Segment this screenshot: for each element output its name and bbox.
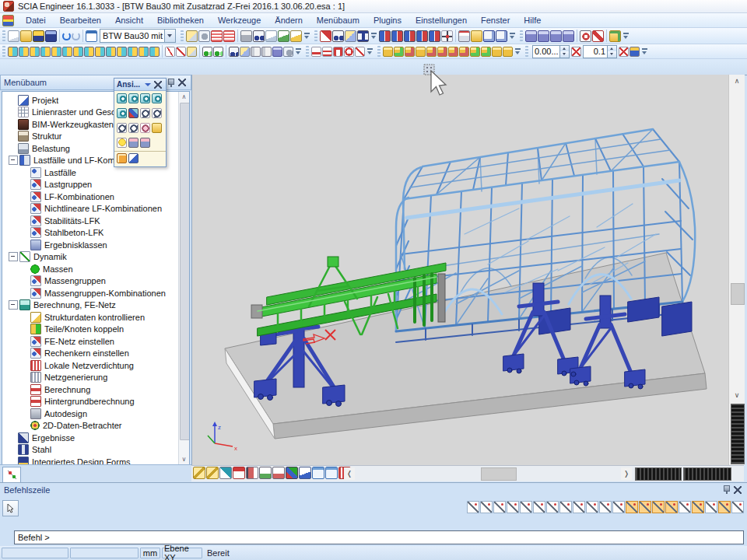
- show-document-icon[interactable]: [299, 467, 311, 479]
- delete-node-icon[interactable]: [40, 47, 51, 57]
- snap-surface-icon[interactable]: [546, 501, 559, 513]
- open-project-icon[interactable]: [20, 30, 32, 42]
- delete-red-icon[interactable]: [320, 30, 331, 42]
- tree-toggle[interactable]: [21, 349, 29, 357]
- document-edit-icon[interactable]: [290, 30, 302, 42]
- activity-workplane-icon[interactable]: [416, 30, 428, 42]
- cut-member-icon[interactable]: [95, 47, 105, 57]
- toolbar-grip[interactable]: [2, 30, 5, 41]
- tree-item[interactable]: Lokale Netzverdichtung: [4, 359, 177, 372]
- stretch-member-icon[interactable]: [139, 47, 149, 57]
- menu-item[interactable]: Bibliotheken: [150, 14, 211, 26]
- command-input[interactable]: Befehl >: [14, 530, 744, 544]
- combobox-dropdown-icon[interactable]: [164, 30, 175, 42]
- menu-item[interactable]: Fenster: [474, 14, 517, 26]
- save-all-icon[interactable]: [33, 30, 44, 42]
- tree-item[interactable]: Lastfälle: [4, 166, 177, 179]
- tree-toggle[interactable]: [21, 313, 29, 321]
- toolbar-overflow-icon[interactable]: [622, 30, 630, 41]
- view-ucs-icon[interactable]: [117, 108, 127, 118]
- menu-item[interactable]: Werkzeuge: [211, 14, 268, 26]
- paste-visible-icon[interactable]: [261, 47, 272, 57]
- toolbar-overflow-icon[interactable]: [370, 30, 377, 41]
- toolbar-grip[interactable]: [2, 46, 5, 57]
- show-load-labels-icon[interactable]: [246, 467, 258, 479]
- column-view-icon[interactable]: [272, 47, 282, 57]
- tree-toggle[interactable]: [9, 252, 18, 261]
- snap-circle-icon[interactable]: [493, 501, 506, 513]
- activity-selection-icon[interactable]: [391, 30, 403, 42]
- view-window-2-icon[interactable]: [325, 467, 338, 479]
- zoom-wheel-vertical[interactable]: [731, 404, 745, 464]
- tree-toggle[interactable]: [9, 96, 16, 104]
- snap-arc-icon[interactable]: [705, 501, 717, 513]
- rotate-right-icon[interactable]: [152, 108, 162, 118]
- tree-toggle[interactable]: [21, 289, 29, 297]
- tree-scrollbar-thumb[interactable]: [180, 103, 190, 440]
- tree-toggle[interactable]: [9, 121, 16, 128]
- catalog-blocks-2-icon[interactable]: [394, 47, 404, 57]
- snap-none-icon[interactable]: [507, 501, 519, 513]
- step-spinner[interactable]: [607, 46, 616, 58]
- align-nodes-icon[interactable]: [62, 47, 72, 57]
- tree-toggle[interactable]: [21, 265, 29, 273]
- redo-icon[interactable]: [72, 32, 80, 40]
- window-cascade-icon[interactable]: [550, 30, 562, 42]
- menu-item[interactable]: Einstellungen: [409, 14, 474, 26]
- search-blue-icon[interactable]: [229, 47, 239, 57]
- viewport-canvas[interactable]: z x: [192, 75, 729, 465]
- tree-item[interactable]: Ergebnisse: [4, 432, 177, 444]
- snap-ortho-icon[interactable]: [612, 501, 625, 513]
- step-value-field[interactable]: 0.1: [583, 45, 617, 58]
- pin-icon[interactable]: [167, 79, 175, 87]
- snap-parallel-icon[interactable]: [480, 501, 493, 513]
- table-input-icon[interactable]: [211, 30, 223, 42]
- rotate-left-icon[interactable]: [140, 108, 150, 118]
- snap-perpendicular-icon[interactable]: [679, 501, 691, 513]
- tree-toggle[interactable]: [21, 386, 29, 394]
- tree-toggle[interactable]: [9, 446, 16, 453]
- block-h-frame-icon[interactable]: [492, 47, 502, 57]
- tree-toggle[interactable]: [9, 434, 16, 442]
- menu-item[interactable]: Ansicht: [108, 14, 150, 26]
- fast-drawing-on-icon[interactable]: [483, 30, 495, 42]
- tree-item[interactable]: Autodesign: [4, 408, 177, 420]
- scroll-down-icon[interactable]: ∨: [729, 389, 745, 401]
- block-gable-icon[interactable]: [459, 47, 469, 57]
- scale-value-field[interactable]: 0.00...: [532, 45, 570, 58]
- toolbar-overflow-icon[interactable]: [366, 46, 374, 57]
- insert-node-icon[interactable]: [30, 47, 40, 57]
- tree-item[interactable]: Berechnung: [4, 383, 177, 396]
- tree-scrollbar[interactable]: ∧ ∨: [178, 92, 189, 464]
- snap-polygon-center-icon[interactable]: [692, 501, 704, 513]
- tree-toggle[interactable]: [21, 241, 29, 249]
- table-results-icon[interactable]: [223, 30, 235, 42]
- tree-toggle[interactable]: [21, 277, 29, 285]
- section-clip-2-icon[interactable]: [206, 467, 219, 479]
- cross-section-icon[interactable]: [357, 30, 369, 42]
- redraw-view-icon[interactable]: [580, 30, 591, 42]
- tree-item[interactable]: 2D-Daten-Betrachter: [4, 420, 177, 432]
- zoom-all-icon[interactable]: [128, 123, 139, 133]
- zoom-window-icon[interactable]: [117, 123, 127, 133]
- tree-item[interactable]: Hintergrundberechnung: [4, 396, 177, 408]
- show-loads-icon[interactable]: [233, 467, 245, 479]
- document-update-icon[interactable]: [278, 30, 289, 42]
- tree-toggle[interactable]: [9, 145, 16, 152]
- mirror-member-icon[interactable]: [128, 47, 138, 57]
- toolbar-grip[interactable]: [377, 46, 381, 57]
- draw-portal-icon[interactable]: [333, 47, 343, 57]
- block-green-2-icon[interactable]: [481, 47, 491, 57]
- tree-item[interactable]: LF-Kombinationen: [4, 191, 177, 203]
- polyline-icon[interactable]: [165, 47, 175, 57]
- scale-members-icon[interactable]: [345, 30, 356, 42]
- snap-intersection-icon[interactable]: [652, 501, 665, 513]
- zoom-wheel-horizontal-2[interactable]: [683, 467, 731, 481]
- tree-item[interactable]: Massengruppen: [4, 275, 177, 288]
- disconnect-members-icon[interactable]: [84, 47, 94, 57]
- tree-item[interactable]: Stabilitäts-LFK: [4, 215, 177, 227]
- zoom-selection-icon[interactable]: [140, 123, 150, 133]
- project-window-icon[interactable]: [86, 30, 97, 42]
- scroll-up-icon[interactable]: ∧: [729, 75, 745, 87]
- connect-members-icon[interactable]: [73, 47, 83, 57]
